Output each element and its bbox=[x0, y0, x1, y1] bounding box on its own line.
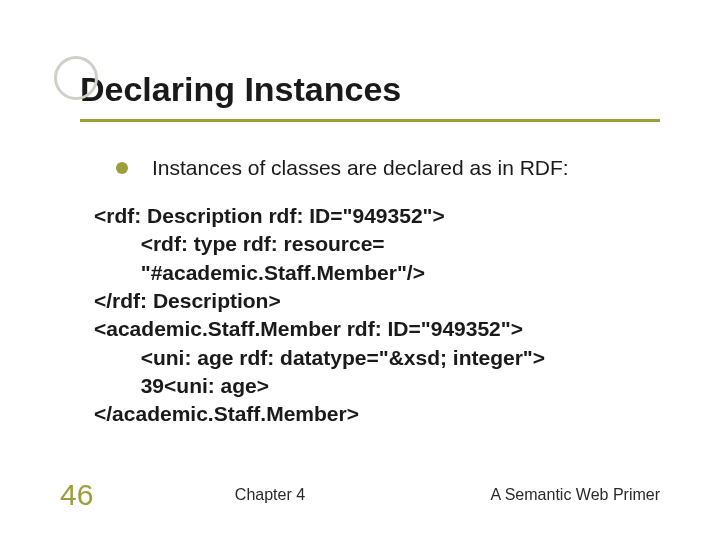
code-line: "#academic.Staff.Member"/> bbox=[94, 259, 670, 287]
slide-footer: 46 Chapter 4 A Semantic Web Primer bbox=[0, 478, 720, 512]
slide-container: Declaring Instances Instances of classes… bbox=[0, 0, 720, 540]
code-line: <academic.Staff.Member rdf: ID="949352"> bbox=[94, 315, 670, 343]
code-line: </rdf: Description> bbox=[94, 287, 670, 315]
code-line: 39<uni: age> bbox=[94, 372, 670, 400]
code-block: <rdf: Description rdf: ID="949352"> <rdf… bbox=[94, 202, 670, 429]
bullet-icon bbox=[116, 162, 128, 174]
code-line: <rdf: Description rdf: ID="949352"> bbox=[94, 202, 670, 230]
footer-chapter: Chapter 4 bbox=[100, 486, 440, 504]
slide-title: Declaring Instances bbox=[80, 70, 670, 109]
bullet-item: Instances of classes are declared as in … bbox=[116, 156, 670, 180]
bullet-text: Instances of classes are declared as in … bbox=[152, 156, 569, 180]
accent-circle-decoration bbox=[54, 56, 98, 100]
code-line: </academic.Staff.Member> bbox=[94, 400, 670, 428]
footer-book-title: A Semantic Web Primer bbox=[440, 486, 660, 504]
title-underline bbox=[80, 119, 660, 122]
code-line: <uni: age rdf: datatype="&xsd; integer"> bbox=[94, 344, 670, 372]
code-line: <rdf: type rdf: resource= bbox=[94, 230, 670, 258]
